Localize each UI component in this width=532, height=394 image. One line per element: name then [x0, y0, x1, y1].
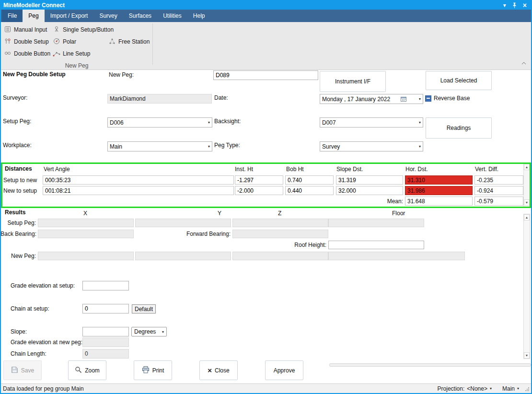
row-label-new-to-setup: New to setup [3, 187, 37, 194]
ribbon-collapse-icon[interactable] [521, 59, 526, 66]
chevron-down-icon[interactable]: ▾ [503, 2, 506, 8]
tab-survey[interactable]: Survey [93, 10, 123, 22]
polar-icon [53, 37, 60, 46]
col-header-vert-diff: Vert. Diff. [475, 166, 498, 173]
col-header-inst-ht: Inst. Ht [235, 166, 253, 173]
status-bar: Data loaded for peg group Main Projectio… [1, 383, 531, 393]
ribbon-group-label: New Peg [1, 62, 152, 69]
grade-elevation-new-peg-field [82, 337, 129, 347]
workplace-combo[interactable]: Main ▾ [107, 141, 212, 151]
new-to-setup-slope-dst-input[interactable] [336, 186, 403, 195]
chevron-down-icon: ▾ [417, 120, 421, 125]
mean-label: Mean: [357, 198, 403, 205]
tab-import-export[interactable]: Import / Export [45, 10, 94, 22]
resize-grip-icon[interactable] [524, 386, 529, 391]
readings-button[interactable]: Readings [426, 117, 492, 139]
chain-at-setup-input[interactable] [82, 304, 129, 313]
save-button[interactable]: Save [3, 360, 42, 380]
ribbon-button-line-setup[interactable]: Line Setup [53, 49, 90, 58]
chain-at-setup-label: Chain at setup: [11, 305, 49, 312]
load-selected-label: Load Selected [440, 77, 477, 84]
setup-peg-combo[interactable]: D006 ▾ [107, 117, 212, 127]
scroll-up-icon[interactable]: ▲ [524, 164, 530, 170]
ribbon-button-label: Double Setup [14, 38, 49, 45]
pin-icon[interactable] [512, 2, 517, 8]
roof-height-input[interactable] [328, 241, 424, 249]
save-icon [11, 366, 18, 375]
reverse-base-checkbox[interactable]: Reverse Base [425, 95, 470, 102]
peg-type-combo[interactable]: Survey ▾ [320, 141, 423, 151]
print-label: Print [152, 367, 164, 374]
surveyor-label: Surveyor: [3, 94, 27, 101]
save-label: Save [21, 367, 34, 374]
chevron-down-icon: ▾ [206, 144, 210, 149]
progress-track [329, 363, 531, 367]
tab-help[interactable]: Help [187, 10, 211, 22]
ribbon-button-polar[interactable]: Polar [53, 37, 76, 46]
grade-elevation-setup-input[interactable] [82, 281, 129, 290]
date-dropdown-icon[interactable]: ▾ [417, 97, 421, 101]
print-button[interactable]: Print [134, 360, 172, 380]
close-button[interactable]: × Close [199, 360, 238, 380]
distances-title: Distances [5, 165, 32, 172]
setup-to-new-inst-ht-input[interactable] [235, 175, 283, 185]
new-to-setup-vert-angle-input[interactable] [43, 186, 234, 195]
chevron-down-icon[interactable]: ▾ [517, 386, 519, 391]
backsight-label: Backsight: [214, 118, 241, 125]
approve-button[interactable]: Approve [265, 360, 303, 380]
new-peg-input[interactable] [213, 70, 318, 80]
close-icon[interactable]: × [523, 2, 527, 9]
scroll-down-icon[interactable]: ▼ [524, 352, 530, 359]
setup-peg-floor-field [328, 219, 424, 227]
slope-unit-select[interactable]: Degrees ▾ [131, 327, 167, 336]
ribbon-button-double-setup[interactable]: Double Setup [4, 37, 49, 46]
ribbon-button-free-station[interactable]: Free Station [108, 37, 150, 46]
back-bearing-label: Back Bearing: [0, 231, 36, 237]
calendar-icon[interactable] [401, 96, 406, 102]
slope-input[interactable] [82, 327, 129, 336]
ribbon-button-label: Free Station [118, 38, 150, 45]
vertical-scrollbar[interactable]: ▲ ▼ [523, 214, 530, 359]
ribbon-button-single-setup[interactable]: Single Setup/Button [53, 25, 114, 35]
setup-to-new-slope-dst-input[interactable] [336, 175, 403, 185]
scroll-up-icon[interactable]: ▲ [524, 214, 530, 220]
backsight-combo[interactable]: D007 ▾ [320, 117, 423, 127]
chain-length-field: 0 [82, 349, 129, 359]
chevron-down-icon[interactable]: ▾ [490, 386, 492, 391]
new-to-setup-inst-ht-input[interactable] [235, 186, 283, 195]
tab-utilities[interactable]: Utilities [157, 10, 187, 22]
default-button[interactable]: Default [132, 304, 156, 313]
close-x-icon: × [208, 367, 212, 374]
tab-file[interactable]: File [2, 10, 23, 22]
tab-surfaces[interactable]: Surfaces [123, 10, 157, 22]
checkbox-indeterminate-icon [425, 95, 431, 102]
ribbon-group-separator [152, 23, 153, 65]
instrument-if-button[interactable]: Instrument I/F [320, 71, 386, 92]
setup-to-new-bob-ht-input[interactable] [285, 175, 334, 185]
new-to-setup-bob-ht-input[interactable] [285, 186, 334, 195]
forward-bearing-label: Forward Bearing: [183, 231, 231, 237]
date-picker[interactable]: Monday , 17 January 2022 ▾ [320, 94, 423, 104]
readings-label: Readings [447, 125, 471, 131]
new-peg-floor-field [328, 252, 465, 260]
zoom-button[interactable]: Zoom [68, 360, 106, 380]
ribbon-button-double-button[interactable]: Double Button [4, 49, 50, 58]
mean-hor-dst-cell: 31.648 [405, 197, 473, 206]
peg-group-value[interactable]: Main [502, 385, 515, 392]
new-peg-y-field [135, 252, 231, 260]
scroll-down-icon[interactable]: ▼ [524, 199, 530, 206]
tab-peg[interactable]: Peg [23, 10, 44, 22]
results-header-floor: Floor [392, 210, 405, 217]
chain-length-value: 0 [85, 350, 88, 357]
ribbon-button-manual-input[interactable]: Manual Input [4, 25, 47, 35]
grade-elevation-setup-label: Grade elevation at setup: [11, 282, 75, 289]
manual-input-icon [4, 25, 12, 35]
free-station-icon [108, 37, 116, 46]
load-selected-button[interactable]: Load Selected [426, 71, 492, 90]
chain-length-label: Chain Length: [11, 350, 46, 357]
projection-value[interactable]: <None> [467, 385, 487, 392]
distances-scrollbar[interactable]: ▲ ▼ [523, 164, 530, 207]
setup-to-new-vert-angle-input[interactable] [43, 175, 234, 185]
window-controls: ▾ × [503, 2, 529, 9]
new-peg-z-field [232, 252, 328, 260]
